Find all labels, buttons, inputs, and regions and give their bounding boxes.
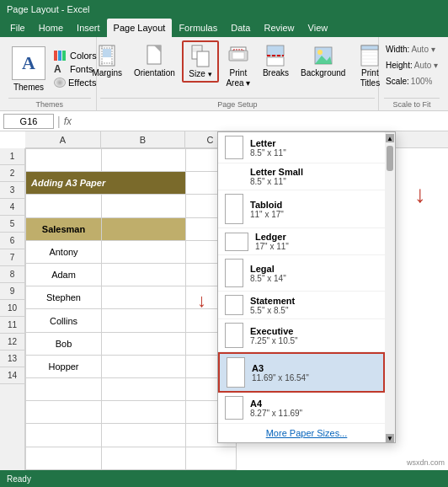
themes-group-label: Themes (8, 98, 91, 109)
dropdown-item-legal[interactable]: Legal 8.5" x 14" (218, 255, 385, 292)
themes-group: A Themes Colors A Fonts (3, 37, 97, 110)
paper-icon-statement (225, 295, 243, 315)
col-header-a: A (25, 131, 101, 147)
title-cell[interactable]: Adding A3 Paper (26, 172, 186, 195)
cell-a14[interactable] (26, 447, 102, 469)
cell-stephen[interactable]: Stephen (26, 286, 102, 309)
page-setup-group: Margins Orientation (97, 37, 379, 110)
table-row: Adding A3 Paper (26, 172, 237, 195)
tab-review[interactable]: Review (257, 19, 301, 37)
cell-reference[interactable] (3, 114, 54, 129)
cell-antony[interactable]: Antony (26, 240, 102, 263)
cell-b10[interactable] (102, 355, 186, 377)
tab-file[interactable]: File (3, 19, 32, 37)
breaks-button[interactable]: Breaks (258, 40, 294, 81)
paper-icon-a3 (227, 357, 245, 388)
cell-a12[interactable] (26, 401, 102, 424)
paper-name-a4: A4 (250, 399, 302, 409)
cell-b1[interactable] (102, 149, 186, 172)
cell-b7[interactable] (102, 286, 186, 309)
cell-b12[interactable] (102, 401, 186, 424)
cell-b6[interactable] (102, 264, 186, 286)
formula-bar: | fx (0, 111, 448, 131)
cell-bob[interactable]: Bob (26, 332, 102, 355)
dropdown-scrollbar[interactable]: ▲ ▼ (385, 132, 395, 442)
scale-control[interactable]: Scale: 100% (381, 74, 442, 88)
cell-c14[interactable] (186, 447, 237, 469)
paper-info-letter-small: Letter Small 8.5" x 11" (250, 167, 303, 186)
more-paper-sizes-link[interactable]: More Paper Sizes... (218, 424, 395, 442)
dropdown-item-tabloid[interactable]: Tabloid 11" x 17" (218, 190, 385, 228)
scroll-up[interactable]: ▲ (386, 134, 394, 142)
breaks-icon (263, 43, 288, 68)
cell-b8[interactable] (102, 309, 186, 332)
paper-name-legal: Legal (250, 264, 286, 274)
tab-view[interactable]: View (301, 19, 335, 37)
dropdown-item-a4[interactable]: A4 8.27" x 11.69" (218, 393, 385, 424)
row-header-13: 13 (0, 351, 24, 367)
more-paper-sizes-text: More Paper Sizes... (266, 428, 348, 438)
paper-size-letter-small: 8.5" x 11" (250, 177, 303, 186)
dropdown-item-letter[interactable]: Letter 8.5" x 11" (218, 132, 385, 163)
table-row (26, 149, 237, 172)
cell-a13[interactable] (26, 424, 102, 447)
height-control[interactable]: Height: Auto ▾ (381, 58, 442, 72)
themes-button[interactable]: A Themes (8, 45, 49, 94)
cell-hopper[interactable]: Hopper (26, 355, 102, 377)
tab-page-layout[interactable]: Page Layout (107, 19, 173, 37)
cell-collins[interactable]: Collins (26, 309, 102, 332)
tab-home[interactable]: Home (32, 19, 70, 37)
row-header-8: 8 (0, 266, 24, 283)
paper-icon-letter-small (225, 168, 243, 186)
spreadsheet-grid: Adding A3 Paper Salesman Antony (25, 148, 237, 470)
size-dropdown: ↓ ▲ ▼ Letter 8.5" x 11" Letter Small (217, 131, 396, 443)
paper-icon-executive (225, 323, 243, 348)
dropdown-item-statement[interactable]: Statement 5.5" x 8.5" (218, 292, 385, 319)
paper-info-legal: Legal 8.5" x 14" (250, 264, 286, 283)
table-row: Stephen (26, 286, 237, 309)
formula-input[interactable] (75, 116, 445, 126)
cell-b9[interactable] (102, 332, 186, 355)
scroll-down[interactable]: ▼ (386, 434, 394, 442)
cell-b5[interactable] (102, 240, 186, 263)
dropdown-item-ledger[interactable]: Ledger 17" x 11" (218, 228, 385, 255)
page-setup-label: Page Setup (100, 98, 375, 109)
cell-a11[interactable] (26, 378, 102, 401)
tab-insert[interactable]: Insert (70, 19, 107, 37)
cell-b13[interactable] (102, 424, 186, 447)
paper-size-legal: 8.5" x 14" (250, 274, 286, 283)
cell-b3[interactable] (102, 195, 186, 217)
cell-b11[interactable] (102, 378, 186, 401)
orientation-label: Orientation (134, 68, 175, 78)
size-button[interactable]: Size ▾ (182, 40, 219, 83)
background-button[interactable]: Background (296, 40, 350, 81)
orientation-button[interactable]: Orientation (129, 40, 180, 81)
print-area-button[interactable]: PrintArea ▾ (221, 40, 256, 91)
size-icon (188, 44, 213, 69)
cell-b4[interactable] (102, 217, 186, 240)
dropdown-item-a3[interactable]: A3 11.69" x 16.54" (218, 352, 385, 393)
dropdown-item-letter-small[interactable]: Letter Small 8.5" x 11" (218, 163, 385, 190)
paper-size-statement: 5.5" x 8.5" (250, 306, 295, 315)
margins-button[interactable]: Margins (87, 40, 127, 81)
table-row: Salesman (26, 217, 237, 240)
row-header-4: 4 (0, 199, 24, 216)
cell-b14[interactable] (102, 447, 186, 469)
cell-adam[interactable]: Adam (26, 264, 102, 286)
paper-info-tabloid: Tabloid 11" x 17" (250, 200, 284, 219)
cell-a1[interactable] (26, 149, 102, 172)
row-header-5: 5 (0, 216, 24, 233)
row-header-14: 14 (0, 367, 24, 384)
width-control[interactable]: Width: Auto ▾ (381, 42, 442, 56)
salesman-header[interactable]: Salesman (26, 217, 102, 240)
dropdown-item-executive[interactable]: Executive 7.25" x 10.5" (218, 319, 385, 352)
scroll-thumb[interactable] (387, 146, 393, 171)
tab-data[interactable]: Data (224, 19, 257, 37)
row-header-12: 12 (0, 334, 24, 351)
svg-rect-24 (361, 45, 378, 50)
row-header-1: 1 (0, 148, 24, 165)
paper-icon-ledger (225, 233, 248, 251)
tab-formulas[interactable]: Formulas (172, 19, 224, 37)
cell-a3[interactable] (26, 195, 102, 217)
table-row: Collins (26, 309, 237, 332)
